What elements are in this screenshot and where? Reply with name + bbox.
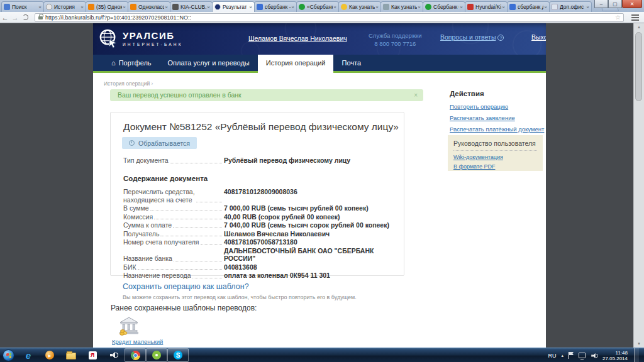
browser-tab-kak-uznat-2[interactable]: Как узнать Б: [380, 1, 423, 12]
alert-close-icon[interactable]: [414, 89, 418, 101]
nav-tab-mail[interactable]: Почта: [333, 55, 369, 71]
show-desktop-button[interactable]: [634, 348, 639, 362]
skype-taskbar-button[interactable]: S: [167, 348, 189, 362]
tab-favicon: [257, 4, 263, 10]
page-scrollbar[interactable]: ▴ ▾: [633, 23, 644, 348]
tray-volume-icon[interactable]: [591, 353, 597, 359]
user-guide-box: Руководство пользователя Wiki-документац…: [448, 135, 543, 171]
uralsib-logo[interactable]: УРАЛСИБ ИНТЕРНЕТ-БАНК: [98, 28, 183, 48]
site-content-column: УРАЛСИБ ИНТЕРНЕТ-БАНК Шеламов Вячеслав Н…: [93, 23, 546, 348]
save-as-template-link[interactable]: Сохранить операцию как шаблон?: [123, 282, 249, 291]
tab-favicon: [172, 4, 179, 10]
print-payment-doc-link[interactable]: Распечатать платёжный документ: [450, 126, 544, 133]
browser-tab-poisk[interactable]: Поиск: [1, 1, 44, 12]
logout-link[interactable]: Выход: [531, 33, 546, 41]
breadcrumb[interactable]: История операций: [104, 80, 153, 87]
pdf-format-link[interactable]: В формате PDF: [453, 163, 537, 170]
hidden-icons-caret[interactable]: ▴: [561, 353, 564, 358]
language-indicator[interactable]: RU: [548, 353, 556, 359]
tray-time: 11:48: [602, 350, 628, 356]
document-card: Документ №581252 «Рублёвый перевод физич…: [110, 112, 404, 276]
back-icon[interactable]: ←: [0, 14, 10, 21]
wiki-docs-link[interactable]: Wiki-документация: [453, 154, 537, 160]
tab-close-icon[interactable]: [460, 4, 463, 10]
network-icon[interactable]: [579, 353, 586, 358]
support-phone: 8 800 700 7716: [369, 40, 422, 48]
tab-favicon: [130, 4, 136, 10]
browser-tab-dop-ofis[interactable]: Доп.офис №: [549, 1, 592, 12]
document-title: Документ №581252 «Рублёвый перевод физич…: [123, 121, 399, 133]
windows-taskbar: e ▶ Я S RU ▴ 11:48 27.05.2014: [0, 348, 644, 362]
ssl-lock-icon: [38, 16, 43, 19]
media-player-icon[interactable]: ▶: [39, 348, 60, 362]
template-bank-icon[interactable]: [119, 317, 140, 338]
scroll-up-icon[interactable]: ▴: [634, 25, 644, 30]
tab-close-icon[interactable]: [586, 4, 589, 10]
tab-close-icon[interactable]: [165, 4, 168, 10]
tab-close-icon[interactable]: [375, 4, 379, 10]
table-row: Назначение перевода оплата за коленвал 0…: [123, 272, 392, 280]
browser-tab-odnoklassniki-1[interactable]: (35) Однокл: [86, 1, 128, 12]
scrollbar-thumb[interactable]: [635, 32, 642, 101]
address-bar[interactable]: https://i.bankuralsib.ru/f?p=10:401:2392…: [35, 13, 624, 22]
tab-close-icon[interactable]: [291, 4, 294, 10]
action-center-flag-icon[interactable]: [568, 352, 574, 359]
template-credit-link[interactable]: Кредит маленький: [112, 338, 163, 345]
site-header-banner: УРАЛСИБ ИНТЕРНЕТ-БАНК Шеламов Вячеслав Н…: [93, 23, 546, 55]
browser-tab-hyundai-kia[interactable]: Hyundai/Kia: [465, 1, 508, 12]
success-alert: Ваш перевод успешно отправлен в банк: [110, 89, 423, 101]
browser-tab-active-rezultat[interactable]: Результат оп: [212, 1, 255, 12]
home-icon: [111, 59, 119, 67]
internet-explorer-icon[interactable]: e: [18, 348, 39, 362]
file-explorer-icon[interactable]: [60, 348, 82, 362]
tab-close-icon[interactable]: [123, 4, 126, 10]
tab-close-icon[interactable]: [80, 4, 84, 10]
tab-close-icon[interactable]: [38, 4, 42, 10]
nav-tab-payments[interactable]: Оплата услуг и переводы: [160, 55, 258, 71]
faq-link[interactable]: Вопросы и ответы: [440, 33, 504, 41]
yandex-icon[interactable]: Я: [82, 348, 103, 362]
tab-favicon: [552, 4, 558, 10]
volume-mixer-icon[interactable]: [103, 348, 125, 362]
browser-tab-kak-uznat-1[interactable]: Как узнать Б: [338, 1, 381, 12]
url-text[interactable]: https://i.bankuralsib.ru/f?p=10:401:2392…: [45, 14, 613, 21]
user-name-link[interactable]: Шеламов Вячеслав Николаевич: [248, 35, 347, 42]
start-button[interactable]: [3, 349, 14, 361]
tab-favicon: [4, 4, 10, 10]
document-fields: Перечислить средства,находящиеся на счет…: [123, 188, 392, 280]
tab-favicon: [88, 4, 94, 10]
browser-tab-sberbank-do[interactable]: сбербанк до: [507, 1, 550, 12]
reload-icon[interactable]: [23, 14, 28, 20]
tab-favicon: [383, 4, 389, 10]
clock[interactable]: 11:48 27.05.2014: [602, 350, 628, 361]
browser-tab-sberbank-o[interactable]: Сбербанк О: [423, 1, 465, 12]
actions-heading: Действия: [450, 90, 484, 97]
support-phone-block: Служба поддержки 8 800 700 7716: [369, 31, 422, 48]
browser-tab-sberbank-r[interactable]: «Сбербанк Р: [296, 1, 339, 12]
browser-tab-sberbank-g[interactable]: сбербанк - Г: [254, 1, 297, 12]
nav-tab-history[interactable]: История операций: [258, 55, 334, 75]
icq-taskbar-button[interactable]: [146, 348, 167, 362]
nav-tab-portfolio[interactable]: Портфель: [103, 55, 160, 71]
browser-menu-icon[interactable]: [631, 13, 639, 22]
tab-favicon: [214, 4, 221, 10]
browser-tab-kia-club[interactable]: KIA-CLUB.RU: [170, 1, 213, 12]
tab-close-icon[interactable]: [207, 4, 210, 10]
bookmark-star-icon[interactable]: [615, 14, 621, 21]
tab-close-icon[interactable]: [249, 4, 252, 10]
minimize-button[interactable]: –: [594, 0, 608, 8]
tab-close-icon[interactable]: [544, 4, 547, 10]
tab-close-icon[interactable]: [502, 4, 505, 10]
tab-close-icon[interactable]: [418, 4, 421, 10]
table-row: В сумме 7 000,00 RUB (семь тысяч рублей …: [123, 204, 392, 212]
scroll-down-icon[interactable]: ▾: [634, 341, 644, 346]
maximize-button[interactable]: ▢: [608, 0, 622, 8]
tab-close-icon[interactable]: [333, 4, 336, 10]
chrome-taskbar-button[interactable]: [125, 348, 146, 362]
browser-tab-istoriya[interactable]: История: [43, 1, 86, 12]
print-application-link[interactable]: Распечатать заявление: [450, 114, 515, 121]
browser-tab-odnoklassniki-2[interactable]: Однокласси: [128, 1, 170, 12]
repeat-operation-link[interactable]: Повторить операцию: [450, 103, 508, 110]
close-button[interactable]: ✕: [622, 0, 642, 8]
forward-icon[interactable]: →: [10, 14, 20, 21]
